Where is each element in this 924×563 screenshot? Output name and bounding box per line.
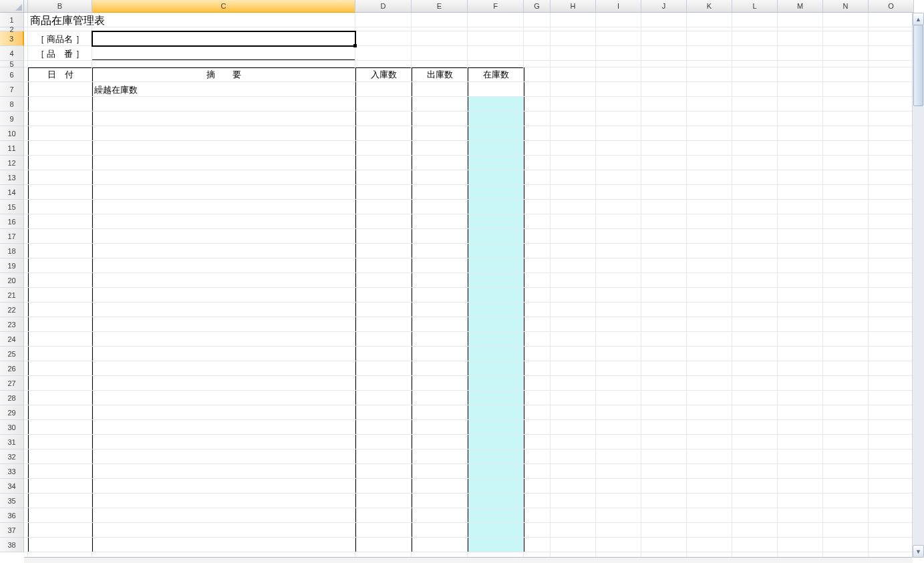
- column-header-K[interactable]: K: [687, 0, 732, 13]
- row-header-30[interactable]: 30: [0, 420, 24, 435]
- column-header-I[interactable]: I: [596, 0, 641, 13]
- column-header-J[interactable]: J: [641, 0, 687, 13]
- row-header-11[interactable]: 11: [0, 141, 24, 156]
- row-header-column: 1234567891011121314151617181920212223242…: [0, 13, 24, 552]
- scroll-down-arrow-icon[interactable]: ▼: [913, 545, 924, 558]
- column-header-M[interactable]: M: [778, 0, 823, 13]
- row-header-22[interactable]: 22: [0, 303, 24, 317]
- row-header-4[interactable]: 4: [0, 46, 24, 61]
- column-header-N[interactable]: N: [823, 0, 869, 13]
- table-header-out-qty: 出庫数: [412, 67, 468, 82]
- row-header-14[interactable]: 14: [0, 185, 24, 200]
- column-header-L[interactable]: L: [732, 0, 778, 13]
- carryover-label: 繰越在庫数: [94, 84, 138, 96]
- row-header-32[interactable]: 32: [0, 449, 24, 464]
- row-header-6[interactable]: 6: [0, 67, 24, 82]
- table-header-in-qty: 入庫数: [355, 67, 412, 82]
- row-header-12[interactable]: 12: [0, 156, 24, 170]
- stock-column-highlight: [468, 97, 524, 552]
- sheet-tab-bar[interactable]: [24, 557, 913, 563]
- row-header-15[interactable]: 15: [0, 200, 24, 214]
- row-header-21[interactable]: 21: [0, 288, 24, 303]
- row-header-28[interactable]: 28: [0, 391, 24, 405]
- scroll-thumb[interactable]: [913, 25, 923, 106]
- row-header-36[interactable]: 36: [0, 508, 24, 523]
- row-header-38[interactable]: 38: [0, 538, 24, 552]
- row-header-19[interactable]: 19: [0, 258, 24, 273]
- table-header-summary: 摘 要: [92, 67, 355, 82]
- row-header-5[interactable]: 5: [0, 61, 24, 67]
- table-header-date: 日 付: [28, 67, 92, 82]
- row-header-31[interactable]: 31: [0, 435, 24, 449]
- scroll-up-arrow-icon[interactable]: ▲: [913, 13, 924, 25]
- row-header-16[interactable]: 16: [0, 214, 24, 229]
- column-header-B[interactable]: B: [28, 0, 92, 13]
- row-header-7[interactable]: 7: [0, 82, 24, 97]
- row-header-3[interactable]: 3: [0, 31, 24, 46]
- vertical-scrollbar[interactable]: ▲ ▼: [912, 13, 924, 558]
- row-header-35[interactable]: 35: [0, 494, 24, 508]
- table-header-stock-qty: 在庫数: [468, 67, 524, 82]
- column-header-D[interactable]: D: [355, 0, 412, 13]
- row-header-29[interactable]: 29: [0, 405, 24, 420]
- column-header-O[interactable]: O: [869, 0, 914, 13]
- column-header-E[interactable]: E: [412, 0, 468, 13]
- column-header-G[interactable]: G: [524, 0, 551, 13]
- row-header-17[interactable]: 17: [0, 229, 24, 244]
- select-all-corner[interactable]: [0, 0, 24, 13]
- row-header-25[interactable]: 25: [0, 347, 24, 361]
- row-header-33[interactable]: 33: [0, 464, 24, 479]
- row-header-34[interactable]: 34: [0, 479, 24, 494]
- row-header-26[interactable]: 26: [0, 361, 24, 376]
- row-header-23[interactable]: 23: [0, 317, 24, 332]
- product-name-label: ［ 商品名 ］: [28, 33, 92, 45]
- column-header-F[interactable]: F: [468, 0, 524, 13]
- sheet-title: 商品在庫管理表: [30, 14, 105, 28]
- column-header-row: BCDEFGHIJKLMNO: [0, 0, 924, 13]
- row-header-24[interactable]: 24: [0, 332, 24, 347]
- spreadsheet-app: BCDEFGHIJKLMNO 1234567891011121314151617…: [0, 0, 924, 563]
- row-header-8[interactable]: 8: [0, 97, 24, 112]
- row-header-9[interactable]: 9: [0, 112, 24, 126]
- cell-grid[interactable]: 商品在庫管理表 ［ 商品名 ］ ［ 品 番 ］ 日 付 摘 要 入庫数 出庫数 …: [24, 13, 924, 558]
- row-header-10[interactable]: 10: [0, 126, 24, 141]
- row-header-13[interactable]: 13: [0, 170, 24, 185]
- column-header-C[interactable]: C: [92, 0, 355, 13]
- row-header-18[interactable]: 18: [0, 244, 24, 258]
- row-header-20[interactable]: 20: [0, 273, 24, 288]
- row-header-27[interactable]: 27: [0, 376, 24, 391]
- row-header-37[interactable]: 37: [0, 523, 24, 538]
- product-name-field[interactable]: [92, 31, 355, 46]
- column-header-H[interactable]: H: [551, 0, 596, 13]
- product-code-label: ［ 品 番 ］: [28, 48, 92, 60]
